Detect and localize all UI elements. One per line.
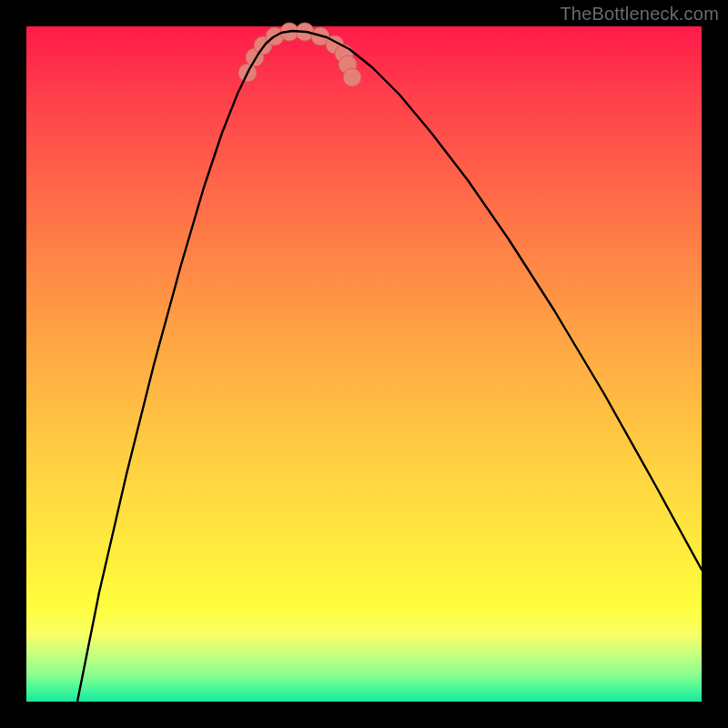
chart-svg — [26, 26, 702, 702]
watermark-text: TheBottleneck.com — [560, 4, 719, 25]
data-marker — [343, 68, 361, 86]
chart-plot-area — [26, 26, 702, 702]
bottleneck-curve — [77, 31, 702, 702]
chart-frame: TheBottleneck.com — [0, 0, 728, 728]
